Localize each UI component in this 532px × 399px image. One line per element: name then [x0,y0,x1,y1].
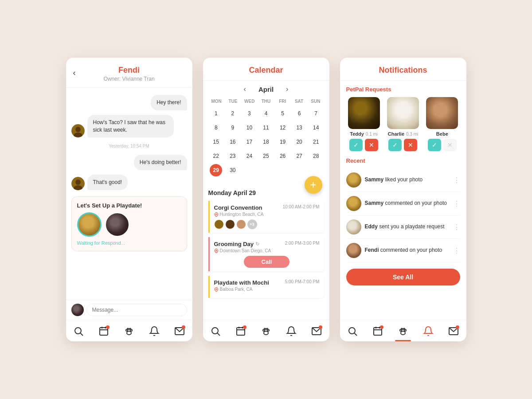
chat-owner: Owner: Vivianne Tran [73,76,185,82]
svg-point-31 [266,329,268,330]
playdate-dogs [77,212,181,237]
cal-date-18[interactable]: 18 [260,136,272,148]
petpal-name-bebe: Bebe [436,131,448,137]
add-event-button[interactable]: + [305,176,322,194]
cal-date-8[interactable]: 8 [210,121,222,134]
cal-date-20[interactable]: 20 [293,136,305,148]
cal-date-16[interactable]: 16 [227,136,239,148]
calendar-month: April [258,86,274,93]
reject-charlie-button[interactable]: ✕ [404,139,417,151]
playdate-status: Waiting for Respond... [77,240,181,246]
nav-bell[interactable] [422,325,435,338]
nav-mail[interactable] [310,325,323,338]
nav-search[interactable] [72,325,85,338]
mail-badge [319,325,322,329]
event-card-mochi[interactable]: Playdate with Mochi 5:00 PM-7:00 PM Balb… [208,276,324,298]
cal-date-17[interactable]: 17 [243,136,255,148]
see-all-button[interactable]: See All [346,269,460,286]
cal-date-23[interactable]: 23 [227,150,239,162]
svg-point-43 [403,329,405,330]
cal-date-19[interactable]: 19 [277,136,289,148]
petpal-name-row-bebe: Bebe [436,131,448,137]
more-options-button-2[interactable]: ⋮ [453,200,460,208]
cal-date-3[interactable]: 3 [243,107,255,120]
cal-date-10[interactable]: 10 [243,121,255,134]
call-button[interactable]: Call [244,256,290,268]
nav-calendar[interactable] [371,325,384,338]
cal-date-7[interactable]: 7 [310,107,322,120]
nav-mail[interactable] [173,325,186,338]
reject-teddy-button[interactable]: ✕ [365,139,378,151]
message-input[interactable] [86,304,187,316]
petpal-card-charlie: Charlie 0.3 mi ✓ ✕ [385,97,421,151]
cal-date-26[interactable]: 26 [277,150,289,162]
cal-date-14[interactable]: 14 [310,121,322,134]
cal-date-27[interactable]: 27 [293,150,305,162]
chat-screen: ‹ Fendi Owner: Vivianne Tran Hey there! … [66,58,192,341]
petpal-actions-teddy: ✓ ✕ [349,139,378,151]
cal-date-13[interactable]: 13 [293,121,305,134]
svg-point-19 [215,250,217,251]
attendee-3 [236,219,246,229]
cal-date-25[interactable]: 25 [260,150,272,162]
recent-section: Recent Sammy liked your photo ⋮ Sammy co… [346,157,460,286]
bottom-nav [66,320,192,341]
nav-calendar[interactable] [234,325,247,338]
cal-date-11[interactable]: 11 [260,121,272,134]
cal-date-12[interactable]: 12 [277,121,289,134]
nav-mail[interactable] [447,325,460,338]
recent-avatar-sammy-2 [346,196,361,211]
cal-date-2[interactable]: 2 [227,107,239,120]
cal-date-28[interactable]: 28 [310,150,322,162]
nav-calendar[interactable] [97,325,110,338]
nav-paw[interactable] [396,325,410,338]
cal-date-24[interactable]: 24 [243,150,255,162]
cal-date-21[interactable]: 21 [310,136,322,148]
prev-month-button[interactable]: ‹ [240,85,250,93]
recent-item-eddy-playdate: Eddy sent you a playdate request ⋮ [346,215,460,239]
next-month-button[interactable]: › [282,85,292,93]
cal-date-5[interactable]: 5 [277,107,289,120]
calendar-events: Monday April 29 Corgi Convention 10:00 A… [203,189,329,320]
petpal-card-teddy: Teddy 0.1 mi ✓ ✕ [346,97,382,151]
event-card-corgi[interactable]: Corgi Convention 10:00 AM-2:00 PM Huntin… [208,201,324,233]
petpal-name-row-teddy: Teddy 0.1 mi [350,131,378,137]
nav-bell[interactable] [148,325,161,338]
cal-date-1[interactable]: 1 [210,107,222,120]
reject-bebe-button[interactable]: ✕ [443,139,457,151]
nav-search[interactable] [209,325,222,338]
accept-teddy-button[interactable]: ✓ [349,139,363,151]
more-options-button-3[interactable]: ⋮ [453,223,460,231]
calendar-header: Calendar [203,58,329,81]
cal-date-6[interactable]: 6 [293,107,305,120]
nav-bell[interactable] [285,325,298,338]
petpal-card-bebe: Bebe ✓ ✕ [424,97,460,151]
calendar-screen: Calendar ‹ April › MON TUE WED THU FRI S… [203,58,329,341]
cal-date-15[interactable]: 15 [210,136,222,148]
event-card-grooming[interactable]: Grooming Day ↻ 2:00 PM-3:00 PM Downtown … [208,237,324,271]
svg-line-7 [81,333,83,336]
event-name: Playdate with Mochi [214,279,269,286]
cal-date-9[interactable]: 9 [227,121,239,134]
event-time: 2:00 PM-3:00 PM [285,241,320,246]
nav-paw[interactable] [259,325,273,338]
cal-date-29[interactable]: 29 [210,164,222,176]
event-name: Grooming Day ↻ [214,241,260,247]
nav-paw[interactable] [122,325,136,338]
recent-item-sammy-commented: Sammy commented on your photo ⋮ [346,192,460,215]
cal-date-30[interactable]: 30 [227,164,239,176]
calendar-grid: MON TUE WED THU FRI SAT SUN 1 2 3 4 5 6 … [203,96,329,180]
nav-search[interactable] [346,325,359,338]
accept-charlie-button[interactable]: ✓ [388,139,402,151]
playdate-dog-img-1 [77,212,102,237]
playdate-dog-img-2 [105,212,129,237]
day-label-mon: MON [208,98,225,105]
mail-badge [182,325,185,329]
more-options-button-4[interactable]: ⋮ [453,246,460,255]
message-bubble: Hey there! [151,95,187,110]
more-options-button-1[interactable]: ⋮ [453,176,460,184]
accept-bebe-button[interactable]: ✓ [428,139,441,151]
cal-date-4[interactable]: 4 [260,107,272,120]
back-button[interactable]: ‹ [73,68,76,77]
cal-date-22[interactable]: 22 [210,150,222,162]
